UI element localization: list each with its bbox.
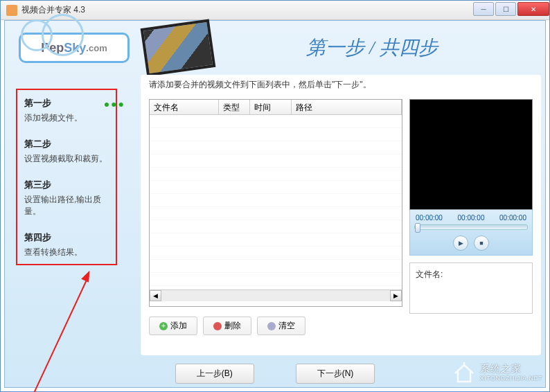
next-button[interactable]: 下一步(N) bbox=[296, 364, 375, 384]
clear-label: 清空 bbox=[278, 320, 295, 332]
clear-button[interactable]: 清空 bbox=[257, 317, 305, 335]
sidebar-step-4[interactable]: 第四步 查看转换结果。 bbox=[24, 231, 109, 258]
filename-label: 文件名: bbox=[416, 269, 443, 279]
step-desc: 设置视频截取和裁剪。 bbox=[24, 153, 109, 165]
add-label: 添加 bbox=[170, 320, 187, 332]
step-desc: 添加视频文件。 bbox=[24, 112, 109, 124]
clear-icon bbox=[267, 322, 276, 330]
window-title: 视频合并专家 4.3 bbox=[21, 4, 472, 16]
step-title: 第四步 bbox=[24, 231, 109, 244]
step-desc: 设置输出路径,输出质量。 bbox=[24, 194, 109, 217]
seek-slider[interactable] bbox=[414, 224, 528, 230]
seek-thumb[interactable] bbox=[415, 223, 420, 233]
step-title: 第三步 bbox=[24, 179, 109, 191]
col-filename[interactable]: 文件名 bbox=[150, 100, 219, 114]
play-icon: ▶ bbox=[459, 240, 463, 247]
player-controls: 00:00:00 00:00:00 00:00:00 ▶ ■ bbox=[409, 210, 533, 256]
step-desc: 查看转换结果。 bbox=[24, 247, 109, 258]
prev-button[interactable]: 上一步(B) bbox=[175, 364, 254, 384]
app-window: 视频合并专家 4.3 ─ ☐ ✕ PepSky.com 第一步 / 共四步 ●●… bbox=[0, 0, 550, 392]
scroll-left-icon[interactable]: ◀ bbox=[150, 290, 161, 301]
house-icon bbox=[452, 361, 476, 384]
app-icon bbox=[6, 5, 17, 16]
horizontal-scrollbar[interactable]: ◀ ▶ bbox=[150, 289, 402, 301]
watermark: 系统之家 XITONGZHIJIA.NET bbox=[452, 361, 542, 384]
file-table[interactable]: 文件名 类型 时间 路径 ◀ ▶ bbox=[149, 99, 402, 307]
filmstrip-image bbox=[141, 19, 216, 76]
add-icon: + bbox=[159, 322, 168, 330]
step-banner: 第一步 / 共四步 bbox=[213, 35, 531, 61]
action-row: + 添加 删除 清空 bbox=[149, 317, 533, 335]
col-path[interactable]: 路径 bbox=[292, 100, 402, 114]
time-end: 00:00:00 bbox=[499, 214, 526, 222]
sidebar-step-2[interactable]: 第二步 设置视频截取和裁剪。 bbox=[24, 138, 109, 165]
delete-label: 删除 bbox=[224, 320, 241, 332]
sidebar-step-1[interactable]: 第一步 添加视频文件。 bbox=[24, 97, 109, 124]
instruction-text: 请添加要合并的视频文件到下面列表中，然后单击"下一步"。 bbox=[149, 79, 533, 91]
logo: PepSky.com bbox=[19, 33, 130, 63]
middle-row: 文件名 类型 时间 路径 ◀ ▶ bbox=[149, 99, 533, 307]
time-current: 00:00:00 bbox=[458, 214, 485, 222]
delete-button[interactable]: 删除 bbox=[203, 317, 251, 335]
col-time[interactable]: 时间 bbox=[250, 100, 292, 114]
close-button[interactable]: ✕ bbox=[517, 2, 549, 16]
col-type[interactable]: 类型 bbox=[219, 100, 250, 114]
titlebar[interactable]: 视频合并专家 4.3 ─ ☐ ✕ bbox=[1, 1, 549, 20]
scroll-track[interactable] bbox=[161, 290, 390, 301]
maximize-button[interactable]: ☐ bbox=[495, 2, 516, 16]
steps-highlight-box: ●●● 第一步 添加视频文件。 第二步 设置视频截取和裁剪。 第三步 设置输出路… bbox=[16, 89, 117, 265]
logo-com: .com bbox=[86, 43, 107, 53]
table-header: 文件名 类型 时间 路径 bbox=[150, 100, 402, 115]
active-step-dots: ●●● bbox=[104, 98, 125, 109]
filename-box: 文件名: bbox=[409, 262, 533, 314]
scroll-right-icon[interactable]: ▶ bbox=[390, 290, 402, 301]
player-buttons: ▶ ■ bbox=[414, 235, 528, 251]
minimize-button[interactable]: ─ bbox=[473, 2, 494, 16]
delete-icon bbox=[213, 322, 222, 330]
watermark-url: XITONGZHIJIA.NET bbox=[480, 375, 542, 382]
stop-button[interactable]: ■ bbox=[474, 235, 489, 251]
table-body[interactable] bbox=[150, 115, 402, 289]
header: PepSky.com 第一步 / 共四步 bbox=[5, 21, 545, 75]
step-title: 第二步 bbox=[24, 138, 109, 150]
sidebar: ●●● 第一步 添加视频文件。 第二步 设置视频截取和裁剪。 第三步 设置输出路… bbox=[5, 75, 141, 359]
stop-icon: ■ bbox=[479, 240, 483, 247]
watermark-brand: 系统之家 bbox=[480, 363, 542, 375]
add-button[interactable]: + 添加 bbox=[149, 317, 197, 335]
content: ●●● 第一步 添加视频文件。 第二步 设置视频截取和裁剪。 第三步 设置输出路… bbox=[5, 75, 545, 359]
time-start: 00:00:00 bbox=[416, 214, 443, 222]
play-button[interactable]: ▶ bbox=[453, 235, 468, 251]
step-title: 第一步 bbox=[24, 97, 109, 109]
window-buttons: ─ ☐ ✕ bbox=[472, 1, 549, 19]
app-body: PepSky.com 第一步 / 共四步 ●●● 第一步 添加视频文件。 第二步… bbox=[4, 20, 546, 388]
bubbles-decoration bbox=[14, 19, 76, 47]
video-preview[interactable] bbox=[409, 99, 533, 210]
sidebar-step-3[interactable]: 第三步 设置输出路径,输出质量。 bbox=[24, 179, 109, 217]
time-readout: 00:00:00 00:00:00 00:00:00 bbox=[414, 214, 528, 222]
preview-panel: 00:00:00 00:00:00 00:00:00 ▶ ■ bbox=[409, 99, 533, 307]
main-panel: 请添加要合并的视频文件到下面列表中，然后单击"下一步"。 文件名 类型 时间 路… bbox=[141, 75, 541, 355]
